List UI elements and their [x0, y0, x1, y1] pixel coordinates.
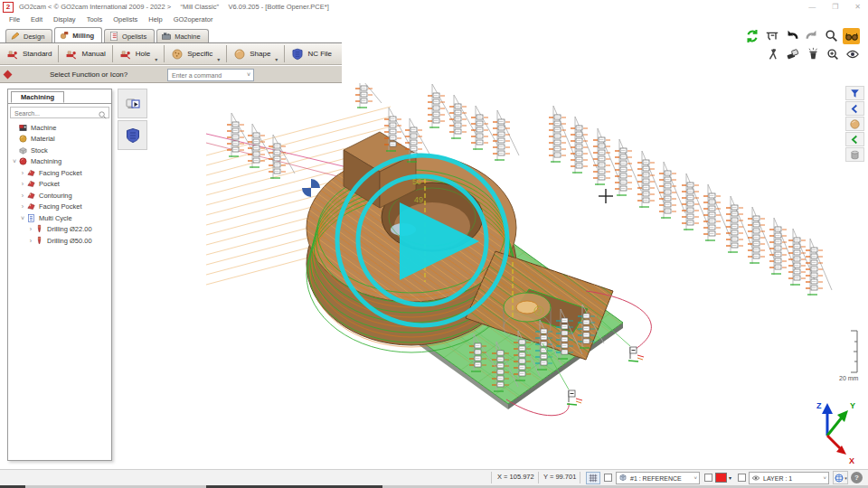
crosshair-cursor — [599, 189, 613, 203]
separator — [538, 472, 539, 483]
axis-y-label: Y — [850, 401, 855, 410]
chevron-down-icon: ˅ — [693, 475, 697, 481]
chevron-down-icon: ▾ — [844, 475, 847, 481]
swatch-dropdown-arrow[interactable]: ▾ — [729, 474, 731, 481]
cube-icon — [618, 474, 627, 483]
toolbar-nc-file-button[interactable]: NC File — [285, 43, 338, 64]
tab-label: Machine — [175, 33, 200, 41]
eraser-icon — [786, 47, 800, 61]
toolbar-standard-button[interactable]: Standard — [0, 43, 58, 64]
scale-ruler: 20 mm — [839, 331, 859, 381]
close-button[interactable]: ✕ — [854, 3, 861, 11]
menu-go2operator[interactable]: GO2operator — [168, 15, 219, 23]
chevron-down-icon: ˅ — [247, 71, 250, 78]
app-logo-icon: 2 — [3, 2, 14, 13]
menu-edit[interactable]: Edit — [25, 15, 48, 23]
command-prompt: Select Function or Icon? — [50, 70, 127, 79]
viewport-3d[interactable]: 2504920 mmZYX — [0, 83, 868, 468]
help-button[interactable]: ? — [851, 472, 863, 483]
command-input[interactable] — [170, 70, 244, 81]
redo-button[interactable] — [803, 28, 820, 44]
toolbar-label: Shape — [250, 50, 270, 58]
machining-panel-tab[interactable]: Machining — [11, 91, 64, 103]
command-combobox[interactable]: ˅ — [167, 69, 254, 81]
layer-dropdown[interactable]: LAYER : 1 ˅ — [749, 472, 829, 484]
cube-icon — [618, 474, 627, 483]
minimize-button[interactable]: — — [808, 3, 816, 11]
clamp-icon — [6, 48, 19, 61]
toolbar-hole-button[interactable]: Hole▾ — [113, 43, 164, 64]
tab-design[interactable]: Design — [5, 29, 52, 42]
toolbar-label: Hole — [136, 50, 150, 58]
tab-label: Design — [24, 33, 44, 41]
mill-hand-icon — [59, 30, 70, 41]
measure-button[interactable] — [764, 46, 781, 62]
zoom-window-button[interactable] — [824, 46, 841, 62]
magnifier-icon — [825, 29, 839, 43]
view-orientation-button[interactable]: ▾ — [833, 471, 848, 484]
ribbon-tab-strip: DesignMillingOpelistsMachine — [5, 27, 209, 42]
chevron-down-icon: ˅ — [823, 475, 826, 481]
command-bar: Select Function or Icon? ˅ — [0, 66, 342, 83]
tab-label: Opelists — [122, 33, 146, 41]
chevron-down-icon: ▾ — [217, 56, 220, 62]
toolbar-specific-button[interactable]: Specific▾ — [165, 43, 226, 64]
eraser-button[interactable] — [784, 46, 801, 62]
layer-eye-icon — [751, 474, 760, 483]
layer-checkbox[interactable] — [738, 474, 746, 482]
toolbar-label: NC File — [307, 50, 332, 58]
color-swatch[interactable] — [715, 473, 727, 483]
clamp-icon — [65, 48, 78, 61]
sync-button[interactable] — [743, 28, 760, 44]
cycle-number-label: 2 — [537, 308, 541, 314]
axis-triad: ZYX — [816, 401, 855, 465]
menu-file[interactable]: File — [4, 15, 25, 23]
reference-checkbox[interactable] — [604, 474, 612, 482]
zoom-window-icon — [826, 47, 840, 61]
toolbar-shape-button[interactable]: Shape▾ — [227, 43, 284, 64]
menu-help[interactable]: Help — [143, 15, 167, 23]
separator — [491, 472, 492, 483]
reference-dropdown[interactable]: #1 : REFERENCE ˅ — [616, 472, 700, 484]
eye-icon — [845, 47, 860, 61]
x-coordinate: X = 105.972 — [497, 473, 534, 481]
undo-button[interactable] — [783, 28, 800, 44]
status-bar: X = 105.972 Y = 99.701 #1 : REFERENCE ˅ … — [0, 469, 868, 485]
quick-access-row-2 — [764, 46, 861, 62]
layer-eye-icon — [751, 474, 760, 483]
undo-icon — [785, 29, 799, 43]
menu-opelists[interactable]: Opelists — [108, 15, 143, 23]
magnifier-button[interactable] — [823, 28, 840, 44]
chevron-down-icon: ▾ — [275, 56, 278, 62]
clean-button[interactable] — [804, 46, 821, 62]
tab-opelists[interactable]: Opelists — [104, 29, 155, 42]
reference-value: #1 : REFERENCE — [630, 475, 682, 482]
grid-icon — [588, 473, 599, 483]
caliper-icon — [765, 29, 779, 43]
restore-button[interactable]: ❐ — [832, 3, 838, 11]
menu-tools[interactable]: Tools — [81, 15, 108, 23]
grid-toggle-button[interactable] — [586, 472, 600, 484]
toolbar-label: Specific — [187, 50, 212, 58]
quick-access-row-1 — [743, 28, 860, 44]
y-coordinate: Y = 99.701 — [543, 473, 576, 481]
clamp-icon — [119, 48, 132, 61]
tab-label: Milling — [72, 32, 94, 40]
glasses-button[interactable] — [843, 28, 860, 44]
tab-milling[interactable]: Milling — [54, 27, 102, 42]
command-prompt-icon — [4, 70, 13, 80]
caliper-button[interactable] — [763, 28, 780, 44]
axis-z-label: Z — [816, 401, 822, 410]
menu-bar: FileEditDisplayToolsOpelistsHelpGO2opera… — [4, 14, 218, 25]
toolbar-label: Manual — [81, 50, 105, 58]
glasses-icon — [844, 29, 859, 43]
color-checkbox[interactable] — [704, 474, 712, 482]
sphere-tan-icon — [233, 48, 246, 61]
clean-icon — [806, 47, 820, 61]
tab-machine[interactable]: Machine — [156, 29, 208, 42]
menu-display[interactable]: Display — [48, 15, 81, 23]
milling-toolbar: StandardManualHole▾Specific▾Shape▾NC Fil… — [0, 42, 342, 65]
toolbar-label: Standard — [23, 50, 52, 58]
eye-button[interactable] — [844, 46, 861, 62]
toolbar-manual-button[interactable]: Manual — [59, 43, 111, 64]
